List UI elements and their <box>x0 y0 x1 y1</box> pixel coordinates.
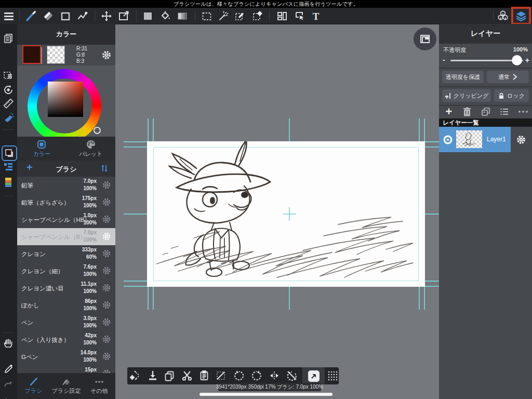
panel-divide-tool[interactable] <box>275 9 289 23</box>
material-icon[interactable] <box>496 9 510 23</box>
eraser-tool[interactable] <box>42 9 55 23</box>
export-image-button[interactable] <box>308 370 320 382</box>
hue-indicator[interactable] <box>94 127 101 134</box>
brush-item[interactable]: シャープペンシル（HB）1.0px100% <box>17 211 115 229</box>
foreground-color-swatch[interactable] <box>22 45 41 64</box>
layer-more-button[interactable] <box>517 106 529 117</box>
tab-other[interactable]: その他 <box>83 373 115 399</box>
save-selection-icon[interactable] <box>147 369 159 382</box>
rotate-reset-icon[interactable] <box>3 84 14 96</box>
brush-list-icon[interactable] <box>3 161 14 172</box>
rotate-cw-icon[interactable] <box>250 369 263 382</box>
tab-color[interactable]: カラー <box>17 137 66 161</box>
transform-selection-icon[interactable] <box>128 369 141 382</box>
duplicate-layer-button[interactable] <box>480 106 491 117</box>
operation-select-tool[interactable] <box>293 9 307 23</box>
select-pen-tool[interactable] <box>233 9 247 23</box>
blend-mode-button[interactable]: 通常 <box>487 71 529 83</box>
grid-toggle-icon[interactable] <box>326 369 339 382</box>
brush-item[interactable]: クレヨン濃い目11.1px100% <box>17 280 115 297</box>
text-tool[interactable]: T <box>309 9 323 23</box>
pages-icon[interactable] <box>3 33 14 44</box>
brush-item[interactable]: 鉛筆（ざらざら）175px100% <box>17 194 115 211</box>
brush-item[interactable]: Gペン14.0px100% <box>17 348 115 366</box>
deselect-icon[interactable] <box>215 369 227 382</box>
shape-rect-tool[interactable] <box>59 9 72 23</box>
opacity-slider-knob[interactable] <box>512 55 522 65</box>
tab-brush[interactable]: ブラシ <box>17 373 50 399</box>
gradient-tool[interactable] <box>176 9 189 23</box>
select-menu-icon[interactable] <box>3 70 14 82</box>
clipping-icon <box>445 92 451 99</box>
guide-mark <box>124 147 147 148</box>
brush-item[interactable]: クレヨン333px60% <box>17 245 115 263</box>
material-gradient-icon[interactable] <box>3 177 14 188</box>
undo-icon[interactable] <box>3 396 14 399</box>
layer-list-options-button[interactable] <box>499 106 510 117</box>
saturation-value-square[interactable] <box>48 82 83 117</box>
select-rect-tool[interactable] <box>200 9 214 23</box>
paste-icon[interactable] <box>198 369 210 382</box>
tab-palette[interactable]: パレット <box>66 137 116 161</box>
layer-thumbnail[interactable] <box>456 130 482 148</box>
transform-tool[interactable] <box>117 9 130 23</box>
left-panel: カラー R:31 G:8 B:3 <box>17 24 115 399</box>
brush-item-selected[interactable]: シャープペンシル（B）7.0px100% <box>17 228 115 246</box>
text-tool-glyph: T <box>313 11 320 21</box>
brush-gear-icon <box>101 334 112 345</box>
move-tool[interactable] <box>100 9 113 23</box>
brush-gear-icon <box>101 179 112 191</box>
layers-panel-toggle-highlighted[interactable] <box>511 7 531 25</box>
layer-settings-gear-icon[interactable] <box>515 134 527 146</box>
tab-brush-settings[interactable]: ブラシ設定 <box>50 373 83 399</box>
polyline-tool[interactable] <box>76 9 89 23</box>
delete-layer-button[interactable] <box>461 106 473 117</box>
floating-window-button[interactable] <box>414 28 436 50</box>
brush-item[interactable]: クレヨン（細）7.6px100% <box>17 262 115 280</box>
trash-icon <box>461 106 473 117</box>
rotate-ccw-icon[interactable] <box>233 369 245 382</box>
add-layer-button[interactable]: + <box>443 106 455 117</box>
brush-panel-tabs: ブラシ ブラシ設定 その他 <box>17 373 115 399</box>
fill-rect-tool[interactable] <box>141 9 155 23</box>
ruler-icon[interactable] <box>3 98 14 109</box>
layer-name: Layer1 <box>487 136 506 143</box>
color-settings-gear-icon[interactable] <box>100 49 113 61</box>
layer-row-selected[interactable]: Layer1 <box>439 127 511 152</box>
opacity-minus-button[interactable]: - <box>443 56 445 64</box>
home-indicator[interactable] <box>200 393 332 396</box>
layer-visibility-eye-icon[interactable] <box>442 134 454 145</box>
transparent-color-swatch[interactable] <box>47 46 65 64</box>
cut-icon[interactable] <box>181 369 193 382</box>
canvas-status-text: 3941*2039px 350dpi 17% ブラシ: 7.0px 100% <box>216 383 323 391</box>
brush-item[interactable]: ペン3.0px100% <box>17 314 115 331</box>
guide-mark <box>289 287 290 310</box>
pen-tool-icon[interactable] <box>3 363 14 374</box>
brush-item[interactable]: 鉛筆7.0px100% <box>17 177 115 194</box>
copy-icon[interactable] <box>163 369 176 382</box>
bucket-tool[interactable] <box>158 9 172 23</box>
brush-item[interactable]: ペン（入り抜き）42px100% <box>17 331 115 349</box>
lock-button[interactable]: ロック <box>494 89 529 102</box>
select-eraser-tool[interactable] <box>251 9 264 23</box>
brush-item[interactable]: 15px <box>17 365 115 373</box>
redo-icon[interactable] <box>3 379 14 390</box>
guide-mark <box>419 118 420 141</box>
hand-tool-icon[interactable] <box>3 337 14 349</box>
reset-rotation-icon[interactable] <box>286 369 298 382</box>
clipping-button[interactable]: クリッピング <box>442 89 491 102</box>
brush-tool[interactable] <box>24 9 38 23</box>
guide-mark <box>148 118 149 141</box>
opacity-plus-button[interactable]: + <box>525 56 529 64</box>
canvas-page[interactable] <box>147 141 425 287</box>
protect-alpha-button[interactable]: 透明度を保護 <box>442 71 484 83</box>
menu-icon[interactable] <box>2 9 16 23</box>
flip-horizontal-icon[interactable] <box>268 369 281 382</box>
airbrush-icon[interactable] <box>3 113 14 124</box>
brush-sort-icon[interactable] <box>99 163 110 174</box>
magic-wand-tool[interactable] <box>217 9 230 23</box>
color-panel-icon-active[interactable] <box>2 145 17 161</box>
brush-item[interactable]: ぼかし86px100% <box>17 297 115 314</box>
list-icon <box>499 106 510 117</box>
layer-row-container: Layer1 <box>439 127 532 152</box>
